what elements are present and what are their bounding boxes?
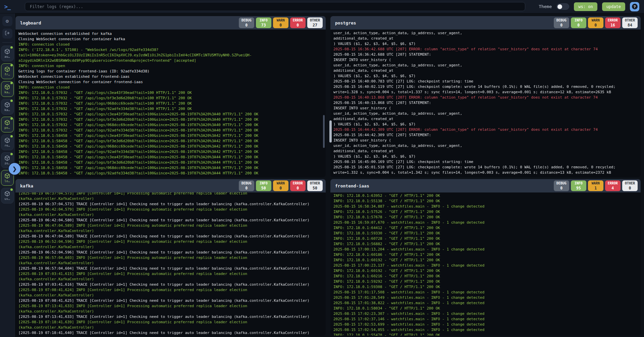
filter-logs-input[interactable] (25, 2, 525, 11)
badge-count: 16 (608, 23, 618, 27)
badge-debug[interactable]: DEBUG0 (239, 17, 254, 28)
container-cube-icon (4, 120, 10, 125)
theme-toggle-knob (557, 4, 562, 9)
log-line: ) VALUES ($1, $2, $3, $4, $5, $6, $7) (333, 122, 641, 127)
log-line: INFO: 172.18.0.1:58034 - "GET / HTTP/1.1… (333, 306, 641, 311)
badge-error[interactable]: ERROR4 (605, 180, 621, 191)
badge-other[interactable]: OTHER27 (307, 17, 323, 28)
badge-other[interactable]: OTHER0 (622, 180, 638, 191)
badge-label: ERROR (293, 18, 303, 23)
log-line: [2025-08-19 06:57:04,604] TRACE [Control… (18, 266, 326, 271)
log-panels-grid: logboardDEBUG0INFO73WARN0ERROR0OTHER27We… (15, 13, 644, 337)
log-line: [2025-08-19 06:47:04,589] TRACE [Control… (18, 234, 326, 239)
sidebar-container-item-2[interactable]: ka… (1, 81, 14, 97)
level-badges: DEBUG0INFO0WARN0ERROR16OTHER84 (554, 17, 638, 28)
badge-info[interactable]: INFO95 (571, 180, 586, 191)
theme-label: Theme (539, 4, 552, 9)
theme-toggle[interactable] (556, 3, 569, 10)
logout-button[interactable] (2, 29, 12, 39)
log-line: 2025-08-15 16:36:42.688 UTC [207] STATEM… (333, 52, 641, 57)
badge-warn[interactable]: WARN0 (588, 17, 603, 28)
badge-debug[interactable]: DEBUG0 (239, 180, 254, 191)
badge-label: DEBUG (556, 18, 567, 23)
badge-warn[interactable]: WARN0 (273, 180, 288, 191)
log-line: INFO: connection closed (18, 85, 326, 90)
logout-icon (5, 31, 10, 37)
container-status-dot (10, 82, 13, 84)
log-line: Getting logs for container frontend-iaas… (18, 69, 326, 74)
badge-label: ERROR (608, 18, 618, 23)
container-cube-icon (4, 137, 10, 143)
help-button[interactable]: ? (630, 2, 639, 11)
log-line: INFO: 172.18.0.1:57032 - "GET /api/logs/… (18, 117, 326, 122)
badge-other[interactable]: OTHER50 (307, 180, 323, 191)
sidebar-container-item-5[interactable]: re… (1, 134, 14, 150)
badge-label: OTHER (625, 181, 635, 186)
log-line: INFO: 172.18.0.1:57678 - "GET / HTTP/1.1… (333, 215, 641, 220)
websocket-status-button[interactable]: ws: on (574, 2, 597, 11)
panel-title: frontend-iaas (335, 183, 369, 188)
badge-label: ERROR (608, 181, 618, 186)
log-line: [2025-08-19 07:18:41,640] TRACE [Control… (18, 330, 326, 336)
splitter-scrollbar-thumb[interactable] (329, 120, 332, 143)
badge-debug[interactable]: DEBUG0 (554, 17, 569, 28)
container-cube-icon (4, 66, 10, 72)
sidebar-container-item-0[interactable]: au… (1, 46, 14, 61)
sidebar-container-item-4[interactable]: po… (1, 117, 14, 132)
logboard-scrollbar-thumb[interactable] (323, 115, 325, 148)
container-status-dot (10, 117, 13, 120)
badge-error[interactable]: ERROR16 (605, 17, 621, 28)
badge-info[interactable]: INFO73 (256, 17, 271, 28)
badge-error[interactable]: ERROR0 (290, 180, 306, 191)
update-button[interactable]: update (602, 2, 625, 11)
badge-label: WARN (276, 181, 286, 186)
log-line: INFO: 172.18.0.1:58458 - "GET /api/logs/… (18, 149, 326, 155)
level-badges: DEBUG0INFO95WARN1ERROR4OTHER0 (554, 180, 638, 191)
log-line: (kafka.controller.KafkaController) (18, 244, 326, 250)
container-cube-icon (4, 173, 10, 179)
container-cube-icon (4, 155, 10, 161)
log-line: user_id, action_type, action_data, ip_ad… (333, 63, 641, 68)
log-body-postgres[interactable]: user_id, action_type, action_data, ip_ad… (330, 30, 641, 177)
sidebar-container-item-1[interactable]: fr… (1, 63, 14, 79)
badge-debug[interactable]: DEBUG0 (554, 180, 569, 191)
log-line: [2025-08-19 06:47:04,589] INFO [Controll… (18, 223, 326, 228)
badge-label: INFO (259, 181, 269, 186)
log-line: INFO: 172.18.0.1:57032 - "GET /api/logs/… (18, 112, 326, 117)
log-line: INFO: 172.18.0.1:58458 - "GET /api/logs/… (18, 133, 326, 138)
settings-button[interactable]: ⚙ (2, 16, 12, 26)
log-line: 2025-08-15 16:40:13.868 UTC [207] STATEM… (333, 100, 641, 106)
badge-label: OTHER (625, 18, 635, 23)
log-body-kafka[interactable]: [2025-08-19 06:37:04,573] INFO [Controll… (15, 192, 326, 336)
container-status-dot (10, 100, 13, 102)
panel-kafka: kafkaDEBUG0INFO50WARN0ERROR0OTHER50[2025… (15, 179, 326, 336)
log-line: Closing WebSocket connection for contain… (18, 79, 326, 85)
badge-label: DEBUG (556, 181, 567, 186)
log-body-frontend-iaas[interactable]: INFO: 172.18.0.1:63952 - "GET / HTTP/1.1… (330, 192, 641, 336)
badge-count: 27 (310, 23, 320, 27)
sidebar-container-item-8[interactable]: us… (1, 188, 14, 204)
log-line: INFO: 172.18.0.1:56882 - "GET / HTTP/1.1… (333, 241, 641, 247)
badge-info[interactable]: INFO0 (571, 17, 586, 28)
log-body-logboard[interactable]: WebSocket connection established for kaf… (15, 30, 326, 177)
log-line: INFO: 172.18.0.1:57032 - "GET /api/logs/… (18, 96, 326, 101)
log-line: 2025-08-15 16:44:42.309 UTC [207] STATEM… (333, 132, 641, 138)
log-lines: user_id, action_type, action_data, ip_ad… (330, 30, 641, 175)
topbar: >_ Theme ws: on update ? (0, 0, 644, 13)
badge-warn[interactable]: WARN0 (273, 17, 288, 28)
log-line: INFO: 172.18.0.1:58458 - "GET /api/logs/… (18, 165, 326, 171)
log-line: 2025-08-15 16:36:42.688 UTC [207] ERROR:… (333, 47, 641, 52)
log-line: [2025-08-19 06:37:04,573] INFO [Controll… (18, 192, 326, 196)
expand-sidebar-button[interactable]: ❯ (9, 163, 20, 175)
badge-info[interactable]: INFO50 (256, 180, 271, 191)
badge-warn[interactable]: WARN1 (588, 180, 603, 191)
question-mark-icon: ? (632, 4, 638, 9)
badge-error[interactable]: ERROR0 (290, 17, 306, 28)
sidebar-container-item-3[interactable]: ka… (1, 99, 14, 115)
log-line: [2025-08-19 07:03:41,616] TRACE [Control… (18, 282, 326, 287)
badge-label: INFO (574, 18, 584, 23)
badge-count: 0 (293, 23, 303, 27)
log-line: (kafka.controller.KafkaController) (18, 293, 326, 298)
badge-other[interactable]: OTHER84 (622, 17, 638, 28)
log-line: [2025-08-19 07:08:41,624] INFO [Controll… (18, 287, 326, 293)
